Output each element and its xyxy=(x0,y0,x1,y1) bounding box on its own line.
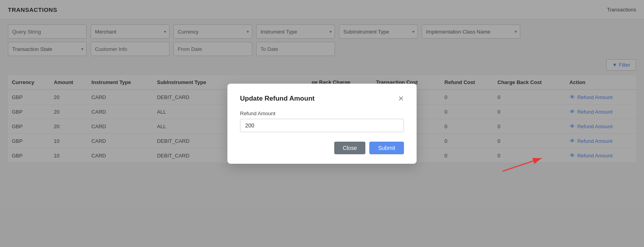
modal-dialog: Update Refund Amount ✕ Refund Amount Clo… xyxy=(227,84,417,164)
modal-footer: Close Submit xyxy=(240,142,404,154)
modal-submit-btn[interactable]: Submit xyxy=(369,142,404,154)
page-wrapper: TRANSACTIONS Transactions Merchant Curre… xyxy=(0,0,644,247)
modal-header: Update Refund Amount ✕ xyxy=(240,95,404,103)
modal-refund-amount-label: Refund Amount xyxy=(240,110,404,116)
modal-body: Refund Amount xyxy=(240,110,404,142)
red-arrow-indicator xyxy=(493,154,556,176)
modal-overlay: Update Refund Amount ✕ Refund Amount Clo… xyxy=(0,0,644,247)
modal-title: Update Refund Amount xyxy=(240,95,315,103)
modal-close-btn[interactable]: Close xyxy=(334,142,366,154)
modal-refund-amount-input[interactable] xyxy=(240,119,404,132)
modal-close-button[interactable]: ✕ xyxy=(398,95,404,102)
svg-line-1 xyxy=(503,158,542,171)
